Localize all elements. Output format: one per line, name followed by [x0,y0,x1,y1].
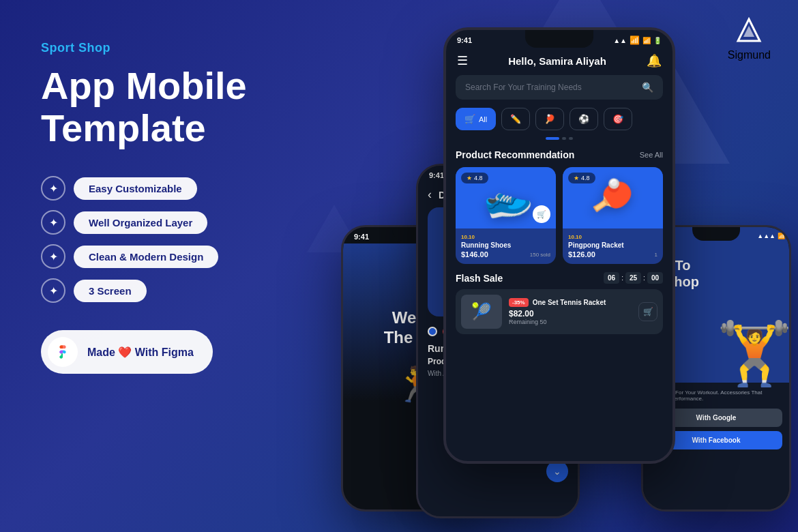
feature-icon-1: ✦ [41,176,65,201]
category-tabs: 🛒 All ✏️ 🏓 ⚽ 🎯 [446,108,673,137]
back-button[interactable]: ‹ [428,188,432,202]
product-img-shoes: 👟 ★ 4.8 🛒 [456,167,556,228]
product-rec-title: Product Recommendation [456,149,574,160]
feature-well-organized: ✦ Well Organized Layer [41,210,300,235]
product-sold-paddle: 1 [655,252,657,258]
feature-badge-3: Clean & Modern Design [74,246,218,268]
product-card-shoes[interactable]: 👟 ★ 4.8 🛒 10.10 Running Shoes $146.00 [456,167,556,264]
brand-label: Sport Shop [41,41,300,55]
figma-logo-icon [55,344,70,359]
see-all-btn[interactable]: See All [640,151,663,159]
flash-item-img: 🎾 [461,295,502,329]
cat-tab-target[interactable]: 🎯 [604,108,632,130]
product-info-shoes: 10.10 Running Shoes $146.00 150 sold [456,228,556,264]
hamburger-icon[interactable]: ☰ [457,53,468,68]
color-blue[interactable] [428,327,437,336]
timer-minutes: 25 [625,272,641,284]
feature-badge-2: Well Organized Layer [74,211,207,234]
phones-area: 9:41 ▲▲▲ 📶 🔋 WelcoThe Spo 🏃 [300,0,798,532]
product-price-paddle: $126.00 [568,250,595,258]
flash-sale-section: Flash Sale 06 : 25 : 00 🎾 [446,272,673,341]
dot-2 [569,137,573,140]
feature-icon-3: ✦ [41,244,65,269]
main-content: Sigmund Sport Shop App MobileTemplate ✦ … [0,0,798,532]
main-phone-content: 9:41 ▲▲📶📶🔋 ☰ Hello, Samira Aliyah 🔔 Sear… [446,30,673,461]
flash-item-name: One Set Tennis Racket [533,299,606,306]
phone-main-header: ☰ Hello, Samira Aliyah 🔔 [446,48,673,75]
product-price-shoes: $146.00 [461,250,488,258]
product-rec-header: Product Recommendation See All [446,147,673,167]
cat-tab-sports[interactable]: ✏️ [501,108,530,130]
bell-icon[interactable]: 🔔 [647,53,662,68]
product-name-paddle: Pingpong Racket [568,241,657,249]
phone-main: 9:41 ▲▲📶📶🔋 ☰ Hello, Samira Aliyah 🔔 Sear… [443,27,675,464]
feature-clean-design: ✦ Clean & Modern Design [41,244,300,269]
notch-back-right [692,227,740,241]
search-bar[interactable]: Search For Your Training Needs 🔍 [456,75,663,100]
flash-sale-title: Flash Sale [456,273,503,284]
figma-icon [48,337,78,367]
dot-1 [562,137,566,140]
product-info-paddle: 10.10 Pingpong Racket $126.00 1 [563,228,663,264]
product-name-shoes: Running Shoes [461,241,550,249]
feature-icon-2: ✦ [41,210,65,235]
discount-badge: -35% [509,298,529,307]
flash-item-price: $82.00 [509,309,632,319]
left-panel: Sport Shop App MobileTemplate ✦ Easy Cus… [41,41,300,374]
flash-item-info: -35% One Set Tennis Racket $82.00 Remain… [509,298,632,325]
flash-item-remaining: Remaining 50 [509,319,632,325]
time-middle: 9:41 [429,171,444,179]
add-to-cart-shoes[interactable]: 🛒 [533,205,550,223]
feature-easy-customizable: ✦ Easy Customizable [41,176,300,201]
feature-badge-4: 3 Screen [74,280,147,302]
product-grid: 👟 ★ 4.8 🛒 10.10 Running Shoes $146.00 [446,167,673,272]
main-title: App MobileTemplate [41,65,300,149]
athlete-figure: 🏋️ [716,318,789,389]
product-sold-shoes: 150 sold [530,252,550,258]
figma-badge: Made ❤️ With Figma [41,330,213,374]
rating-shoes: ★ 4.8 [461,173,488,183]
feature-icon-4: ✦ [41,278,65,303]
cat-tab-all[interactable]: 🛒 All [456,108,496,130]
search-placeholder-text: Search For Your Training Needs [465,83,582,92]
flash-cart-btn[interactable]: 🛒 [638,302,657,321]
rating-paddle: ★ 4.8 [568,173,595,183]
feature-list: ✦ Easy Customizable ✦ Well Organized Lay… [41,176,300,303]
header-greeting: Hello, Samira Aliyah [508,55,606,67]
product-card-paddle[interactable]: 🏓 ★ 4.8 10.10 Pingpong Racket $126.00 [563,167,663,264]
dot-active [546,137,559,140]
product-img-paddle: 🏓 ★ 4.8 [563,167,663,228]
cat-tab-ping[interactable]: 🏓 [535,108,564,130]
figma-badge-text: Made ❤️ With Figma [87,346,194,359]
flash-sale-header: Flash Sale 06 : 25 : 00 [456,272,663,284]
timer-seconds: 00 [647,272,663,284]
time-main: 9:41 [457,36,472,44]
feature-badge-1: Easy Customizable [74,177,197,200]
cat-tab-ball[interactable]: ⚽ [570,108,598,130]
flash-sale-timer: 06 : 25 : 00 [604,272,663,284]
timer-hours: 06 [604,272,619,284]
search-icon: 🔍 [642,82,653,93]
slider-dots [446,137,673,147]
time-back-left: 9:41 [354,233,369,241]
flash-sale-item[interactable]: 🎾 -35% One Set Tennis Racket $82.00 Rema… [456,289,663,334]
feature-3-screen: ✦ 3 Screen [41,278,300,303]
notch-main [525,30,593,48]
